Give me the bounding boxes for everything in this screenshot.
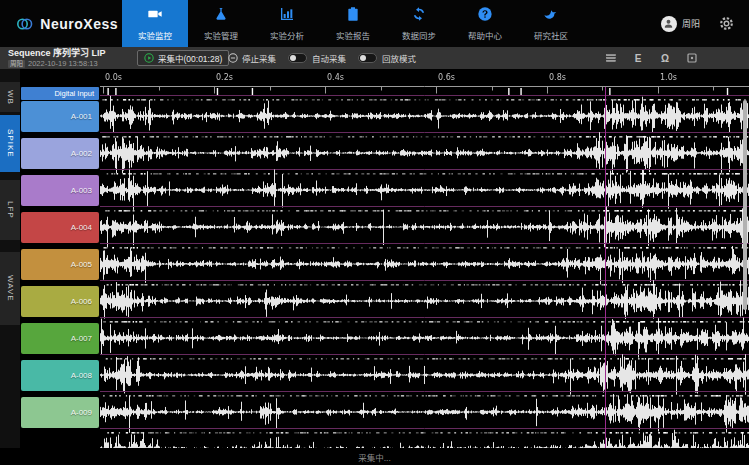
- replay-mode-label: 回放模式: [382, 52, 416, 64]
- nav-item-label: 研究社区: [534, 29, 568, 41]
- nav-item-3[interactable]: 实验分析: [257, 0, 317, 47]
- settings-gear-icon[interactable]: [718, 15, 735, 32]
- nav-item-label: 帮助中心: [468, 29, 502, 41]
- status-text: 采集中...: [358, 451, 391, 463]
- owner-badge: 周阳: [8, 60, 25, 68]
- list-icon[interactable]: [604, 51, 618, 65]
- replay-mode-toggle[interactable]: 回放模式: [358, 52, 416, 64]
- channel-a-007[interactable]: A-007: [21, 323, 99, 354]
- experiment-title-block: Sequence 序列学习 LIP 周阳 2022-10-19 13:58:13: [8, 48, 106, 68]
- analysis-chart-icon: [279, 6, 295, 26]
- nav-item-label: 数据同步: [402, 29, 436, 41]
- community-bird-icon: [543, 6, 559, 26]
- nav-item-1[interactable]: 实验监控: [122, 0, 188, 47]
- nav-item-label: 实验分析: [270, 29, 304, 41]
- channel-a-002[interactable]: A-002: [21, 138, 99, 169]
- experiment-datetime: 2022-10-19 13:58:13: [28, 59, 98, 68]
- channel-digital-input[interactable]: Digital Input: [21, 87, 99, 100]
- replay-mode-switch: [358, 53, 377, 63]
- experiment-meta: 周阳 2022-10-19 13:58:13: [8, 59, 106, 68]
- brand: NeuroXess: [0, 0, 118, 47]
- channel-label-column: Digital InputA-001A-002A-003A-004A-005A-…: [21, 87, 99, 448]
- tab-wb[interactable]: WB: [0, 82, 20, 112]
- nav-item-4[interactable]: 实验报告: [323, 0, 383, 47]
- channel-a-009[interactable]: A-009: [21, 397, 99, 428]
- brand-name: NeuroXess: [40, 16, 118, 32]
- auto-capture-switch: [288, 53, 307, 63]
- channel-a-004[interactable]: A-004: [21, 212, 99, 243]
- user-name: 周阳: [682, 17, 700, 30]
- top-nav: NeuroXess 实验监控实验管理实验分析实验报告数据同步帮助中心研究社区 周…: [0, 0, 749, 47]
- auto-capture-label: 自动采集: [312, 52, 346, 64]
- nav-item-label: 实验监控: [138, 29, 172, 41]
- tab-spike[interactable]: SPIKE: [0, 115, 20, 172]
- vertical-scrollbar[interactable]: [743, 100, 747, 310]
- report-clipboard-icon: [345, 6, 361, 26]
- record-play-icon: [144, 53, 154, 63]
- nav-item-label: 实验管理: [204, 29, 238, 41]
- channel-a-001[interactable]: A-001: [21, 101, 99, 132]
- nav-item-5[interactable]: 数据同步: [389, 0, 449, 47]
- experiment-title: Sequence 序列学习 LIP: [8, 48, 106, 58]
- signal-type-tabstrip: WBSPIKELFPWAVE: [0, 69, 20, 448]
- stop-circle-icon: [228, 53, 238, 63]
- waveform-plot[interactable]: [100, 69, 749, 448]
- trigger-box-icon[interactable]: [685, 51, 699, 65]
- nav-item-6[interactable]: 帮助中心: [455, 0, 515, 47]
- tab-wave[interactable]: WAVE: [0, 252, 20, 325]
- topnav-right: 周阳: [661, 0, 749, 47]
- monitor-camera-icon: [147, 6, 163, 26]
- view-tool-icons: EΩ: [604, 51, 699, 65]
- stop-capture-button[interactable]: 停止采集: [228, 52, 276, 64]
- nav-item-7[interactable]: 研究社区: [521, 0, 581, 47]
- channel-a-008[interactable]: A-008: [21, 360, 99, 391]
- channel-a-005[interactable]: A-005: [21, 249, 99, 280]
- neuroxess-logo: [16, 11, 33, 37]
- status-bar: 采集中...: [0, 448, 749, 465]
- channel-a-006[interactable]: A-006: [21, 286, 99, 317]
- user-avatar: [661, 16, 677, 32]
- main-nav: 实验监控实验管理实验分析实验报告数据同步帮助中心研究社区: [122, 0, 584, 47]
- nav-item-2[interactable]: 实验管理: [191, 0, 251, 47]
- person-icon: [663, 18, 674, 29]
- help-icon: [477, 6, 493, 26]
- impedance-omega-icon[interactable]: Ω: [658, 51, 672, 65]
- nav-item-label: 实验报告: [336, 29, 370, 41]
- toolbar: Sequence 序列学习 LIP 周阳 2022-10-19 13:58:13…: [0, 47, 749, 69]
- recording-status-button[interactable]: 采集中(00:01:28): [137, 50, 229, 66]
- channel-a-003[interactable]: A-003: [21, 175, 99, 206]
- auto-capture-toggle[interactable]: 自动采集: [288, 52, 346, 64]
- events-e-icon[interactable]: E: [631, 51, 645, 65]
- waveform-canvas[interactable]: [100, 69, 749, 448]
- stop-capture-label: 停止采集: [242, 52, 276, 64]
- flask-icon: [213, 6, 229, 26]
- sync-icon: [411, 6, 427, 26]
- user-chip[interactable]: 周阳: [661, 16, 700, 32]
- recording-status-label: 采集中(00:01:28): [158, 52, 222, 64]
- tab-lfp[interactable]: LFP: [0, 180, 20, 240]
- app-root: NeuroXess 实验监控实验管理实验分析实验报告数据同步帮助中心研究社区 周…: [0, 0, 749, 465]
